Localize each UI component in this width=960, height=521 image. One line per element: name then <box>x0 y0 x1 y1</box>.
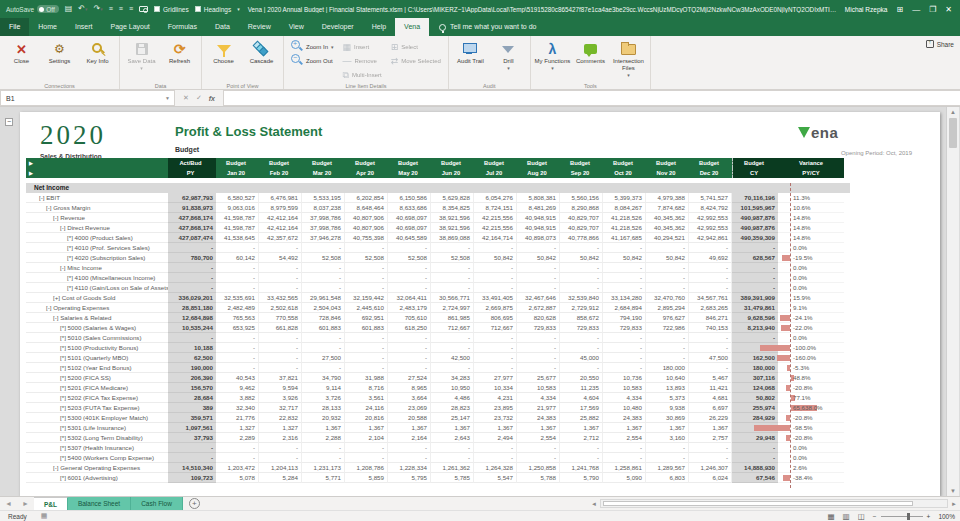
header-cell-month[interactable]: May 20 <box>388 168 431 178</box>
cell-cy[interactable]: 31,479,861 <box>732 303 778 313</box>
cell-month[interactable]: 20,588 <box>388 413 431 423</box>
cell-variance[interactable]: 0.0% <box>778 273 844 283</box>
cell-month[interactable]: 23,069 <box>388 403 431 413</box>
cell-month[interactable]: 5,790 <box>560 473 603 483</box>
cell-month[interactable]: - <box>259 343 302 353</box>
cell-month[interactable]: 7,874,682 <box>646 203 689 213</box>
normal-view-icon[interactable]: ▦ <box>828 512 835 521</box>
pov-expand-icon[interactable]: ▶ <box>29 158 33 168</box>
zoom-in-plus-icon[interactable]: + <box>927 513 931 520</box>
cell-month[interactable]: 6,476,981 <box>259 193 302 203</box>
cell-month[interactable]: 47,500 <box>689 353 732 363</box>
cell-month[interactable]: 705,610 <box>388 313 431 323</box>
cell-month[interactable]: - <box>603 443 646 453</box>
cell-cy[interactable]: - <box>732 283 778 293</box>
cell-month[interactable]: 2,289 <box>216 433 259 443</box>
header-cell-month[interactable]: Budget <box>560 158 603 168</box>
cell-month[interactable]: 1,367 <box>517 423 560 433</box>
cell-month[interactable]: 42,412,164 <box>259 213 302 223</box>
pov-expand-cell[interactable]: ▶ <box>26 158 168 168</box>
cell-month[interactable]: 2,104 <box>345 433 388 443</box>
cell-month[interactable]: 34,567,761 <box>689 293 732 303</box>
cell-py[interactable]: 10,188 <box>168 343 216 353</box>
cell-py[interactable]: 389 <box>168 403 216 413</box>
cell-label[interactable]: [*] 4110 (Gain/Loss on Sale of Assets) <box>26 283 168 293</box>
cell-month[interactable]: 3,926 <box>259 393 302 403</box>
cell-month[interactable]: 21,776 <box>216 413 259 423</box>
cell-variance[interactable]: 65,638.0% <box>778 403 844 413</box>
cell-month[interactable]: 2,445,610 <box>345 303 388 313</box>
cell-month[interactable]: 49,692 <box>689 253 732 263</box>
cell-month[interactable]: - <box>560 263 603 273</box>
minimize-icon[interactable]: — <box>912 5 920 14</box>
cell-month[interactable]: 20,550 <box>560 373 603 383</box>
cell-month[interactable]: 17,569 <box>560 403 603 413</box>
header-cell-month[interactable]: Budget <box>474 158 517 168</box>
cell-month[interactable]: 728,846 <box>302 313 345 323</box>
cell-cy[interactable]: - <box>732 243 778 253</box>
cell-month[interactable]: - <box>345 343 388 353</box>
cell-month[interactable]: 37,998,786 <box>302 223 345 233</box>
ribbon-tab-file[interactable]: File <box>0 18 29 36</box>
header-cell-month[interactable]: Budget <box>689 158 732 168</box>
cell-month[interactable]: - <box>689 363 732 373</box>
cell-month[interactable]: 40,294,521 <box>646 233 689 243</box>
cell-month[interactable]: 42,215,556 <box>474 223 517 233</box>
cell-month[interactable]: - <box>345 283 388 293</box>
cell-label[interactable]: [*] 5202 (FICA Tax Expense) <box>26 393 168 403</box>
cell-month[interactable]: 1,241,768 <box>560 463 603 473</box>
tell-me-box[interactable]: Tell me what you want to do <box>429 18 546 36</box>
cell-month[interactable]: - <box>345 333 388 343</box>
cell-label[interactable]: [-] Misc Income <box>26 263 168 273</box>
cell-cy[interactable]: 29,948 <box>732 433 778 443</box>
cell-variance[interactable]: 48.8% <box>778 373 844 383</box>
cell-month[interactable]: - <box>302 273 345 283</box>
align-center-icon[interactable]: ≡ <box>119 4 123 14</box>
cell-month[interactable]: 10,736 <box>603 373 646 383</box>
cell-month[interactable]: 8,633,686 <box>388 203 431 213</box>
cell-py[interactable]: 91,838,973 <box>168 203 216 213</box>
header-cell-cy[interactable]: Budget <box>732 158 778 168</box>
cell-month[interactable]: - <box>689 243 732 253</box>
cell-month[interactable]: 6,202,854 <box>345 193 388 203</box>
cell-month[interactable]: 5,467 <box>689 373 732 383</box>
cell-month[interactable]: - <box>431 273 474 283</box>
header-cell-month[interactable]: Jun 20 <box>431 168 474 178</box>
cell-label[interactable]: [*] 5302 (Long Term Disability) <box>26 433 168 443</box>
ribbon-tab-review[interactable]: Review <box>239 18 280 36</box>
cell-month[interactable]: 10,583 <box>517 383 560 393</box>
cell-month[interactable]: 42,500 <box>431 353 474 363</box>
cell-variance[interactable]: -20.8% <box>778 413 844 423</box>
intersection-files-button[interactable]: Intersection Files▾ <box>610 38 647 81</box>
cell-month[interactable]: 4,486 <box>431 393 474 403</box>
cell-month[interactable]: 41,598,787 <box>216 213 259 223</box>
cell-label[interactable]: [*] 4100 (Miscellaneous Income) <box>26 273 168 283</box>
align-right-icon[interactable]: ≡ <box>129 4 133 14</box>
cell-month[interactable]: 2,482,489 <box>216 303 259 313</box>
cell-month[interactable]: 38,921,596 <box>431 223 474 233</box>
cell-variance[interactable]: -22.0% <box>778 323 844 333</box>
cell-month[interactable]: 6,580,527 <box>216 193 259 203</box>
cell-month[interactable]: - <box>560 243 603 253</box>
cell-variance[interactable]: 14.8% <box>778 233 844 243</box>
cell-variance[interactable]: -19.5% <box>778 253 844 263</box>
cell-month[interactable]: - <box>517 343 560 353</box>
cell-month[interactable]: 1,367 <box>689 423 732 433</box>
header-cell-month[interactable]: Feb 20 <box>259 168 302 178</box>
cell-month[interactable]: 5,785 <box>431 473 474 483</box>
ribbon-tab-help[interactable]: Help <box>363 18 395 36</box>
scroll-up-icon[interactable]: ▲ <box>947 107 959 117</box>
cell-month[interactable]: - <box>517 353 560 363</box>
cell-month[interactable]: 41,218,526 <box>603 223 646 233</box>
cell-month[interactable]: - <box>345 443 388 453</box>
page-layout-view-icon[interactable]: ▥ <box>843 512 850 521</box>
ribbon-tab-insert[interactable]: Insert <box>66 18 102 36</box>
cell-cy[interactable]: 255,974 <box>732 403 778 413</box>
vertical-scrollbar[interactable]: ▲ ▼ <box>946 107 959 496</box>
cell-month[interactable]: 2,164 <box>388 433 431 443</box>
cell-month[interactable]: 8,354,825 <box>431 203 474 213</box>
cell-month[interactable]: 41,167,685 <box>603 233 646 243</box>
header-cell-month[interactable]: Budget <box>216 158 259 168</box>
cell-py[interactable]: - <box>168 333 216 343</box>
cell-month[interactable]: 2,684,894 <box>603 303 646 313</box>
